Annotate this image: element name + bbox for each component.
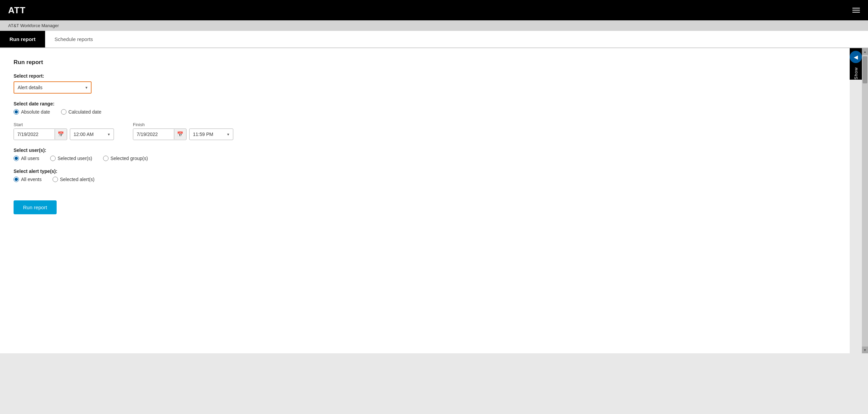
report-select[interactable]: Alert details Activity report Exception … (14, 81, 92, 94)
start-date-input[interactable] (14, 129, 55, 140)
radio-selected-groups[interactable]: Selected group(s) (103, 156, 148, 161)
date-range-radio-group: Absolute date Calculated date (14, 109, 836, 115)
finish-time-select[interactable]: 11:59 PM 11:30 PM 11:00 PM 10:00 PM (189, 129, 233, 140)
select-report-group: Select report: Alert details Activity re… (14, 73, 836, 94)
radio-selected-alerts[interactable]: Selected alert(s) (53, 177, 95, 182)
right-sidebar: ◀ Show (850, 48, 862, 353)
start-time-select[interactable]: 12:00 AM 12:30 AM 1:00 AM 6:00 AM 8:00 A… (70, 129, 114, 140)
date-range-group: Select date range: Absolute date Calcula… (14, 101, 836, 115)
tab-bar: Run report Schedule reports (0, 31, 868, 48)
start-calendar-icon[interactable]: 📅 (55, 129, 67, 139)
users-group: Select user(s): All users Selected user(… (14, 147, 836, 161)
app-logo: ATT (8, 5, 26, 16)
tab-run-report[interactable]: Run report (0, 31, 45, 47)
finish-date-wrapper: 📅 (133, 129, 186, 140)
finish-calendar-icon[interactable]: 📅 (174, 129, 186, 139)
breadcrumb: AT&T Workforce Manager (0, 20, 868, 31)
top-bar: ATT (0, 0, 868, 20)
start-time-wrapper[interactable]: 12:00 AM 12:30 AM 1:00 AM 6:00 AM 8:00 A… (70, 129, 114, 140)
report-select-wrapper[interactable]: Alert details Activity report Exception … (14, 81, 92, 94)
run-report-button[interactable]: Run report (14, 200, 57, 214)
alert-type-label: Select alert type(s): (14, 169, 836, 174)
start-col: Start 📅 12:00 AM 12:30 AM 1:00 AM 6:00 A… (14, 122, 114, 140)
finish-time-wrapper[interactable]: 11:59 PM 11:30 PM 11:00 PM 10:00 PM (189, 129, 233, 140)
alert-type-radio-group: All events Selected alert(s) (14, 177, 836, 182)
scroll-thumb[interactable] (863, 56, 867, 83)
users-radio-group: All users Selected user(s) Selected grou… (14, 156, 836, 161)
date-range-label: Select date range: (14, 101, 836, 106)
radio-selected-users[interactable]: Selected user(s) (50, 156, 92, 161)
finish-col: Finish 📅 11:59 PM 11:30 PM 11:00 PM 10:0… (133, 122, 233, 140)
start-label: Start (14, 122, 114, 127)
menu-icon[interactable] (852, 8, 860, 13)
main-content: Run report Select report: Alert details … (0, 48, 850, 353)
tab-schedule-reports[interactable]: Schedule reports (45, 31, 102, 47)
scrollbar: ▲ ▼ (862, 48, 868, 353)
scroll-up-arrow[interactable]: ▲ (862, 48, 868, 55)
finish-label: Finish (133, 122, 233, 127)
main-wrapper: Run report Select report: Alert details … (0, 48, 868, 353)
alert-type-group: Select alert type(s): All events Selecte… (14, 169, 836, 182)
datetime-row: Start 📅 12:00 AM 12:30 AM 1:00 AM 6:00 A… (14, 122, 836, 140)
show-panel[interactable]: ◀ Show (850, 48, 862, 80)
radio-all-users[interactable]: All users (14, 156, 39, 161)
start-date-wrapper: 📅 (14, 129, 67, 140)
show-panel-arrow-icon[interactable]: ◀ (850, 51, 862, 63)
show-panel-label: Show (853, 67, 859, 80)
section-title: Run report (14, 59, 836, 66)
scroll-down-arrow[interactable]: ▼ (862, 347, 868, 353)
radio-absolute-date[interactable]: Absolute date (14, 109, 50, 115)
users-label: Select user(s): (14, 147, 836, 153)
radio-calculated-date[interactable]: Calculated date (61, 109, 101, 115)
finish-date-input[interactable] (133, 129, 174, 140)
select-report-label: Select report: (14, 73, 836, 79)
radio-all-events[interactable]: All events (14, 177, 42, 182)
datetime-group: Start 📅 12:00 AM 12:30 AM 1:00 AM 6:00 A… (14, 122, 836, 140)
